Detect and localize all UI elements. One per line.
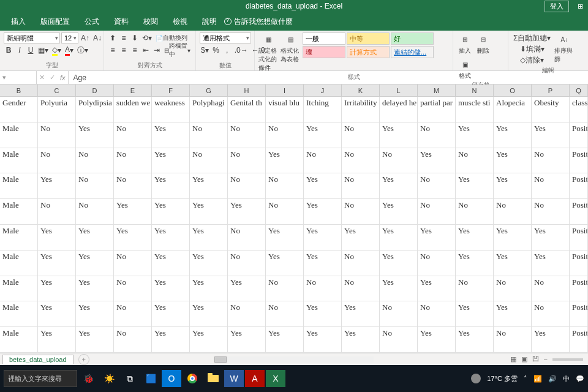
grow-font-icon[interactable]: A↑ (80, 32, 91, 43)
underline-button[interactable]: U (26, 45, 36, 56)
cell[interactable]: muscle sti (456, 97, 494, 122)
cell[interactable]: Yes (152, 251, 190, 276)
col-header-M[interactable]: M (418, 85, 456, 96)
cell[interactable]: No (418, 173, 456, 198)
sound-icon[interactable]: 🔊 (548, 375, 557, 383)
cell[interactable]: class (570, 97, 588, 122)
cell[interactable]: No (228, 301, 266, 326)
cell[interactable]: Yes (152, 276, 190, 301)
col-header-L[interactable]: L (380, 85, 418, 96)
cell[interactable]: Yes (152, 327, 190, 352)
tab-review[interactable]: 校閱 (136, 13, 165, 30)
indent-inc-icon[interactable]: ⇥ (152, 45, 162, 56)
cell[interactable]: Yes (76, 225, 114, 250)
cell[interactable]: Yes (304, 225, 342, 250)
cell[interactable]: Yes (76, 327, 114, 352)
cell[interactable]: Yes (380, 123, 418, 148)
cell[interactable]: No (494, 199, 532, 224)
view-layout-icon[interactable]: ▣ (521, 355, 527, 363)
cell[interactable]: No (114, 327, 152, 352)
cell[interactable]: Male (0, 327, 38, 352)
cell[interactable]: No (114, 251, 152, 276)
tray-icon-2[interactable]: ☀️ (99, 370, 119, 387)
cell[interactable]: Yes (380, 251, 418, 276)
align-mid-icon[interactable]: ≡ (119, 32, 129, 43)
cell[interactable]: No (342, 276, 380, 301)
cell[interactable]: No (342, 173, 380, 198)
cell[interactable]: Yes (494, 173, 532, 198)
cell[interactable]: Yes (152, 225, 190, 250)
formula-input[interactable]: Age (69, 71, 588, 84)
cell[interactable]: Yes (380, 173, 418, 198)
cell[interactable]: No (266, 301, 304, 326)
cell[interactable]: No (342, 123, 380, 148)
cell[interactable]: Male (0, 251, 38, 276)
col-header-E[interactable]: E (114, 85, 152, 96)
cell[interactable]: No (228, 148, 266, 173)
cell[interactable]: No (532, 199, 570, 224)
cell[interactable]: partial par (418, 97, 456, 122)
style-neutral[interactable]: 中等 (347, 32, 390, 45)
cell[interactable]: Yes (304, 199, 342, 224)
view-normal-icon[interactable]: ▦ (510, 355, 516, 363)
delete-cells-button[interactable]: ⊟刪除 (475, 32, 491, 55)
cell[interactable]: Yes (266, 148, 304, 173)
taskbar-search[interactable]: 裡輸入文字來搜尋 (4, 370, 77, 387)
explorer-icon[interactable] (203, 370, 223, 387)
cell[interactable]: Positi (570, 251, 588, 276)
cell[interactable]: No (190, 123, 228, 148)
cell[interactable]: Yes (456, 327, 494, 352)
cell[interactable]: Yes (190, 276, 228, 301)
style-calc[interactable]: 計算方式 (347, 46, 390, 58)
col-header-B[interactable]: B (0, 85, 38, 96)
fill-color-button[interactable]: ◇▾ (51, 45, 62, 56)
cell[interactable]: Yes (152, 301, 190, 326)
col-header-K[interactable]: K (342, 85, 380, 96)
cell[interactable]: No (114, 123, 152, 148)
cell[interactable]: No (114, 301, 152, 326)
cell[interactable]: Yes (304, 251, 342, 276)
cell[interactable]: No (532, 301, 570, 326)
pdf-icon[interactable]: A (245, 370, 265, 387)
hscroll-track[interactable] (214, 356, 374, 363)
cell[interactable]: No (532, 276, 570, 301)
cell[interactable]: Male (0, 225, 38, 250)
col-header-O[interactable]: O (494, 85, 532, 96)
ribbon-opts-icon[interactable]: ⊞ (578, 2, 583, 10)
cell[interactable]: Yes (494, 251, 532, 276)
cell[interactable]: Male (0, 123, 38, 148)
phonetic-button[interactable]: ⓘ▾ (76, 45, 89, 56)
col-header-J[interactable]: J (304, 85, 342, 96)
notif-icon[interactable]: 💬 (576, 375, 584, 383)
tab-insert[interactable]: 插入 (4, 13, 33, 30)
tell-me[interactable]: 告訴我您想做什麼 (224, 17, 293, 27)
cell[interactable]: Yes (76, 123, 114, 148)
col-header-C[interactable]: C (38, 85, 76, 96)
cell[interactable]: No (266, 173, 304, 198)
cell[interactable]: No (76, 173, 114, 198)
cell[interactable]: No (342, 251, 380, 276)
cell[interactable]: No (114, 276, 152, 301)
style-bad[interactable]: 壞 (303, 46, 345, 58)
taskview-icon[interactable]: ⧉ (120, 370, 140, 387)
cell[interactable]: Yes (342, 301, 380, 326)
cell[interactable]: Yes (228, 276, 266, 301)
cell[interactable]: Yes (190, 251, 228, 276)
cell[interactable]: Yes (342, 225, 380, 250)
cell[interactable]: Yes (228, 327, 266, 352)
cell[interactable]: Obesity (532, 97, 570, 122)
cell[interactable]: Yes (152, 173, 190, 198)
tray-icon-1[interactable]: 🐞 (78, 370, 98, 387)
cell[interactable]: No (456, 199, 494, 224)
word-icon[interactable]: W (224, 370, 244, 387)
tab-view[interactable]: 檢視 (165, 13, 195, 30)
edge-icon[interactable]: 🟦 (141, 370, 160, 387)
cell[interactable]: Positi (570, 301, 588, 326)
style-good[interactable]: 好 (391, 32, 434, 45)
cell[interactable]: Yes (190, 173, 228, 198)
cell[interactable]: No (418, 123, 456, 148)
excel-icon[interactable]: X (266, 370, 285, 387)
merge-button[interactable]: ⊟跨欄置中▾ (163, 45, 192, 56)
cell[interactable]: Male (0, 173, 38, 198)
cell[interactable]: Yes (456, 123, 494, 148)
